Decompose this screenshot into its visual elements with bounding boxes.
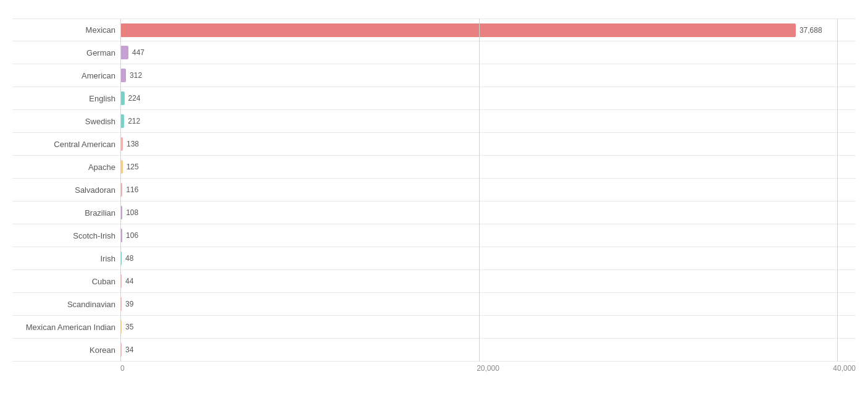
- bar-label: Scandinavian: [12, 300, 120, 309]
- bar-value: 138: [127, 140, 139, 148]
- bar: [120, 91, 125, 105]
- bar-row: American312: [12, 64, 856, 87]
- bar-area: 212: [120, 110, 856, 132]
- bar-area: 37,688: [120, 19, 856, 41]
- bar-value: 116: [126, 185, 138, 194]
- bar-row: Cuban44: [12, 270, 856, 293]
- bar-label: Korean: [12, 345, 120, 355]
- bar-area: 447: [120, 41, 856, 64]
- bar-area: 116: [120, 179, 856, 201]
- bar-area: 35: [120, 316, 856, 338]
- bar-row: Scandinavian39: [12, 293, 856, 316]
- bar: [120, 297, 122, 311]
- bar-area: 106: [120, 224, 856, 247]
- bar-row: Mexican American Indian35: [12, 316, 856, 339]
- bar-row: Salvadoran116: [12, 179, 856, 201]
- bar-value: 108: [126, 208, 138, 217]
- bar-row: Apache125: [12, 156, 856, 179]
- bar-value: 447: [132, 48, 144, 57]
- x-tick: 40,000: [611, 364, 856, 373]
- bar-label: Swedish: [12, 117, 120, 126]
- bar-label: Scotch-Irish: [12, 231, 120, 240]
- bar-value: 125: [127, 163, 139, 171]
- bar: [120, 23, 796, 37]
- bar: [120, 183, 122, 197]
- bar-label: Brazilian: [12, 208, 120, 218]
- x-axis: 020,00040,000: [120, 364, 856, 373]
- bar-area: 125: [120, 156, 856, 178]
- bar-label: Apache: [12, 163, 120, 172]
- bar-area: 138: [120, 133, 856, 155]
- bar-row: Mexican37,688: [12, 19, 856, 41]
- bar-label: German: [12, 48, 120, 57]
- bar-area: 48: [120, 247, 856, 269]
- x-tick: 20,000: [365, 364, 611, 373]
- bar-area: 224: [120, 87, 856, 109]
- bar-label: Mexican: [12, 25, 120, 35]
- bar-label: English: [12, 94, 120, 103]
- bar: [120, 46, 128, 59]
- chart-area: Mexican37,688German447American312English…: [12, 19, 856, 362]
- bar-row: Swedish212: [12, 110, 856, 133]
- bar: [120, 229, 122, 242]
- bar: [120, 137, 123, 151]
- bar-value: 212: [128, 117, 140, 125]
- bar-area: 44: [120, 270, 856, 292]
- bar-value: 106: [126, 231, 138, 240]
- bar-value: 35: [125, 323, 133, 331]
- bar: [120, 160, 123, 174]
- bar-row: Scotch-Irish106: [12, 224, 856, 247]
- bar-label: Irish: [12, 254, 120, 263]
- bar: [120, 274, 122, 288]
- bar-label: Salvadoran: [12, 185, 120, 195]
- bar-value: 44: [125, 277, 133, 286]
- bar: [120, 114, 124, 128]
- chart-container: Mexican37,688German447American312English…: [0, 0, 868, 398]
- bar-label: Central American: [12, 140, 120, 149]
- bar-label: Cuban: [12, 277, 120, 286]
- bar-row: Brazilian108: [12, 201, 856, 224]
- x-tick: 0: [120, 364, 365, 373]
- bar-area: 312: [120, 64, 856, 87]
- bar-area: 34: [120, 339, 856, 361]
- bar-value: 312: [130, 71, 142, 80]
- bar-value: 48: [125, 254, 133, 263]
- bar-value: 37,688: [799, 26, 822, 35]
- bar: [120, 343, 122, 357]
- bar-row: Korean34: [12, 339, 856, 362]
- bar-value: 39: [125, 300, 133, 308]
- bar-value: 34: [125, 345, 133, 354]
- bar-label: American: [12, 71, 120, 80]
- bar-label: Mexican American Indian: [12, 323, 120, 332]
- bar: [120, 252, 122, 265]
- bar-row: Irish48: [12, 247, 856, 270]
- bar-area: 39: [120, 293, 856, 315]
- bar: [120, 69, 126, 82]
- bar: [120, 320, 122, 334]
- bar-row: German447: [12, 41, 856, 64]
- bar-value: 224: [128, 94, 141, 103]
- bar-row: English224: [12, 87, 856, 110]
- bar: [120, 206, 122, 219]
- bar-area: 108: [120, 201, 856, 224]
- bar-row: Central American138: [12, 133, 856, 156]
